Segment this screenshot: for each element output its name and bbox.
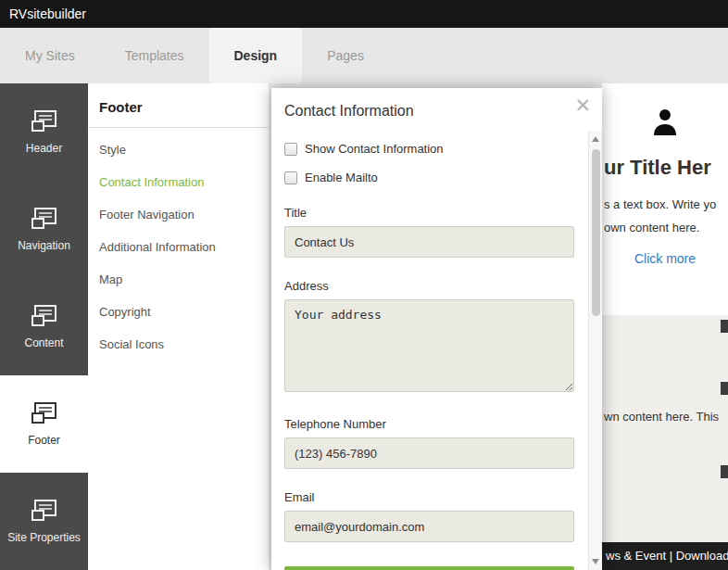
click-more-link[interactable]: Click more	[634, 251, 696, 266]
menu-item-style[interactable]: Style	[88, 133, 269, 166]
preview-section: wn content here. This	[602, 315, 728, 542]
sidebar-item-site-properties[interactable]: Site Properties	[0, 473, 88, 570]
address-field[interactable]: Your address	[284, 299, 574, 392]
top-bar: RVsitebuilder	[0, 0, 728, 28]
menu-item-map[interactable]: Map	[88, 263, 269, 296]
app-title: RVsitebuilder	[9, 6, 86, 21]
telephone-field[interactable]	[284, 437, 574, 469]
telephone-field-label: Telephone Number	[284, 417, 574, 431]
footer-section-icon	[31, 401, 58, 425]
tab-design[interactable]: Design	[209, 28, 303, 83]
dialog-body: Show Contact Information Enable Mailto T…	[271, 142, 602, 570]
panel-title: Footer	[88, 83, 269, 128]
menu-item-additional-information[interactable]: Additional Information	[88, 231, 269, 263]
address-field-label: Address	[284, 279, 574, 293]
header-section-icon	[31, 109, 58, 133]
site-preview: ur Title Her s a text box. Write yo own …	[602, 83, 728, 570]
sidebar-item-label: Header	[26, 142, 62, 156]
person-icon	[649, 108, 681, 137]
sidebar-item-content[interactable]: Content	[0, 278, 88, 375]
preview-edit-button[interactable]	[721, 320, 728, 333]
preview-footer-links[interactable]: ws & Event | Download	[602, 542, 728, 570]
contact-information-dialog: Contact Information ✕ Show Contact Infor…	[271, 88, 602, 570]
title-field-label: Title	[284, 206, 574, 220]
scroll-down-icon[interactable]	[589, 554, 602, 568]
sidebar-item-label: Content	[24, 336, 63, 350]
tab-templates[interactable]: Templates	[100, 28, 209, 83]
preview-hero: ur Title Her s a text box. Write yo own …	[602, 83, 728, 315]
preview-title: ur Title Her	[604, 156, 711, 180]
menu-item-contact-information[interactable]: Contact Information	[88, 166, 269, 198]
sidebar-item-label: Footer	[28, 434, 60, 448]
title-field[interactable]	[284, 226, 574, 258]
close-icon[interactable]: ✕	[574, 92, 591, 120]
menu-item-copyright[interactable]: Copyright	[88, 296, 269, 328]
menu-item-social-icons[interactable]: Social Icons	[88, 328, 269, 361]
tab-my-sites[interactable]: My Sites	[0, 28, 100, 83]
checkbox-label: Show Contact Information	[305, 142, 444, 156]
show-contact-information-checkbox[interactable]	[284, 143, 297, 156]
scrollbar-thumb[interactable]	[592, 149, 600, 316]
footer-options-panel: Footer Style Contact Information Footer …	[88, 83, 269, 570]
preview-section-text: wn content here. This	[602, 315, 728, 424]
scroll-up-icon[interactable]	[589, 133, 602, 146]
email-field[interactable]	[284, 511, 574, 542]
app-window: RVsitebuilder My Sites Templates Design …	[0, 0, 728, 570]
sidebar-item-footer[interactable]: Footer	[0, 375, 88, 473]
preview-edit-button[interactable]	[721, 465, 728, 478]
enable-mailto-checkbox[interactable]	[284, 171, 297, 184]
content-section-icon	[31, 304, 58, 328]
modal-scrollbar[interactable]	[588, 131, 602, 570]
sidebar-item-label: Site Properties	[7, 531, 81, 545]
sidebar-item-header[interactable]: Header	[0, 83, 88, 181]
preview-body-text: s a text box. Write yo	[604, 195, 716, 214]
main-tab-bar: My Sites Templates Design Pages	[0, 28, 728, 83]
menu-item-footer-navigation[interactable]: Footer Navigation	[88, 198, 269, 231]
checkbox-label: Enable Mailto	[305, 171, 378, 184]
sidebar-item-label: Navigation	[18, 239, 70, 253]
show-contact-information-row: Show Contact Information	[284, 142, 574, 156]
design-sidebar: Header Navigation	[0, 83, 88, 570]
site-properties-icon	[31, 499, 58, 523]
email-field-label: Email	[284, 490, 574, 504]
preview-edit-button[interactable]	[721, 382, 728, 395]
enable-mailto-row: Enable Mailto	[284, 171, 574, 184]
save-button[interactable]	[284, 566, 574, 570]
navigation-section-icon	[31, 207, 58, 231]
sidebar-item-navigation[interactable]: Navigation	[0, 181, 88, 278]
preview-body-text: own content here.	[604, 218, 699, 237]
dialog-title: Contact Information	[271, 88, 602, 120]
tab-pages[interactable]: Pages	[302, 28, 389, 83]
